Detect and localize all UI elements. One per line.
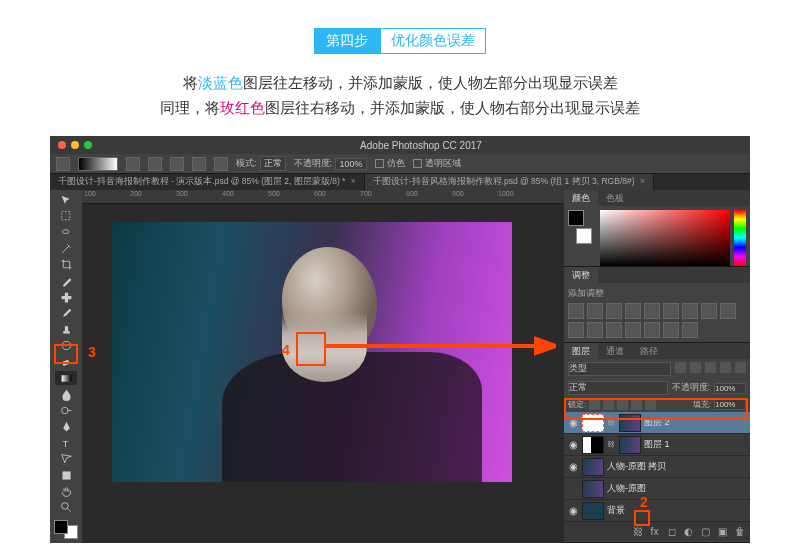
gradientmap-adjustment-icon[interactable] (663, 322, 679, 338)
exposure-adjustment-icon[interactable] (625, 303, 641, 319)
visibility-icon[interactable] (567, 483, 579, 495)
filter-adjust-icon[interactable] (690, 362, 701, 373)
close-icon[interactable]: × (351, 176, 356, 186)
eyedropper-tool-icon[interactable] (55, 274, 77, 288)
brightness-adjustment-icon[interactable] (568, 303, 584, 319)
layer-thumb[interactable] (619, 414, 641, 432)
add-mask-icon[interactable]: ◻ (665, 525, 678, 538)
marquee-tool-icon[interactable] (55, 209, 77, 223)
tool-preset-icon[interactable] (56, 157, 70, 171)
layer-name[interactable]: 图层 1 (644, 438, 747, 451)
document-tab-2[interactable]: 千图设计-抖音风格海报制作教程.psd @ 85% (组 1 拷贝 3, RGB… (365, 174, 654, 190)
stamp-tool-icon[interactable] (55, 323, 77, 337)
visibility-icon[interactable]: ◉ (567, 461, 579, 473)
colorbalance-adjustment-icon[interactable] (682, 303, 698, 319)
layer-thumb[interactable] (582, 458, 604, 476)
lock-position-icon[interactable] (617, 399, 628, 410)
filter-smart-icon[interactable] (735, 362, 746, 373)
photofilter-adjustment-icon[interactable] (720, 303, 736, 319)
link-icon[interactable]: ⛓ (607, 418, 616, 427)
type-tool-icon[interactable]: T (55, 436, 77, 450)
lock-all-icon[interactable] (645, 399, 656, 410)
mask-thumb[interactable] (582, 436, 604, 454)
color-swatches[interactable] (54, 520, 78, 539)
layer-name[interactable]: 背景 (607, 504, 747, 517)
layer-item[interactable]: ◉ 人物-原图 拷贝 (564, 456, 750, 478)
posterize-adjustment-icon[interactable] (625, 322, 641, 338)
layer-name[interactable]: 人物-原图 拷贝 (607, 460, 747, 473)
lock-pixels-icon[interactable] (603, 399, 614, 410)
lock-transparent-icon[interactable] (589, 399, 600, 410)
gradient-reflected-icon[interactable] (192, 157, 206, 171)
delete-layer-icon[interactable]: 🗑 (733, 525, 746, 538)
swatches-tab[interactable]: 色板 (598, 190, 632, 206)
invert-adjustment-icon[interactable] (606, 322, 622, 338)
layer-thumb[interactable] (582, 480, 604, 498)
filter-kind-select[interactable]: 类型 (568, 362, 671, 376)
layer-opacity-input[interactable]: 100% (714, 383, 746, 394)
move-tool-icon[interactable] (55, 193, 77, 207)
panel-foreground-swatch[interactable] (568, 210, 584, 226)
visibility-icon[interactable]: ◉ (567, 439, 579, 451)
channelmixer-adjustment-icon[interactable] (568, 322, 584, 338)
crop-tool-icon[interactable] (55, 258, 77, 272)
new-layer-icon[interactable]: ▣ (716, 525, 729, 538)
zoom-tool-icon[interactable] (55, 501, 77, 515)
maximize-window-button[interactable] (84, 141, 92, 149)
gradient-angle-icon[interactable] (170, 157, 184, 171)
channels-tab[interactable]: 通道 (598, 343, 632, 359)
hue-adjustment-icon[interactable] (663, 303, 679, 319)
eraser-tool-icon[interactable] (55, 355, 77, 369)
opacity-input[interactable]: 100% (335, 158, 367, 170)
blend-mode-select[interactable]: 正常 (260, 156, 286, 171)
filter-pixel-icon[interactable] (675, 362, 686, 373)
blur-tool-icon[interactable] (55, 387, 77, 401)
brush-tool-icon[interactable] (55, 306, 77, 320)
lasso-tool-icon[interactable] (55, 225, 77, 239)
new-adjustment-icon[interactable]: ◐ (682, 525, 695, 538)
filter-shape-icon[interactable] (720, 362, 731, 373)
panel-background-swatch[interactable] (576, 228, 592, 244)
transparency-checkbox[interactable] (413, 159, 422, 168)
visibility-icon[interactable]: ◉ (567, 417, 579, 429)
gradient-preview-icon[interactable] (78, 157, 118, 171)
minimize-window-button[interactable] (71, 141, 79, 149)
threshold-adjustment-icon[interactable] (644, 322, 660, 338)
fill-input[interactable]: 100% (714, 399, 746, 410)
bw-adjustment-icon[interactable] (701, 303, 717, 319)
layer-name[interactable]: 图层 2 (644, 416, 747, 429)
link-layers-icon[interactable]: ⛓ (631, 525, 644, 538)
visibility-icon[interactable]: ◉ (567, 505, 579, 517)
mask-selection-thumb[interactable] (582, 414, 604, 432)
link-icon[interactable]: ⛓ (607, 440, 616, 449)
color-picker-field[interactable] (600, 210, 730, 266)
layer-item[interactable]: ◉ ⛓ 图层 1 (564, 434, 750, 456)
shape-tool-icon[interactable] (55, 468, 77, 482)
blend-mode-select[interactable]: 正常 (568, 381, 668, 395)
path-tool-icon[interactable] (55, 452, 77, 466)
gradient-diamond-icon[interactable] (214, 157, 228, 171)
new-group-icon[interactable]: ▢ (699, 525, 712, 538)
layer-name[interactable]: 人物-原图 (607, 482, 747, 495)
history-brush-tool-icon[interactable] (55, 339, 77, 353)
gradient-tool-icon[interactable] (55, 371, 77, 385)
layer-thumb[interactable] (619, 436, 641, 454)
pen-tool-icon[interactable] (55, 420, 77, 434)
gradient-linear-icon[interactable] (126, 157, 140, 171)
canvas[interactable] (82, 204, 564, 529)
layer-item[interactable]: 人物-原图 (564, 478, 750, 500)
wand-tool-icon[interactable] (55, 242, 77, 256)
levels-adjustment-icon[interactable] (587, 303, 603, 319)
vibrance-adjustment-icon[interactable] (644, 303, 660, 319)
dither-checkbox[interactable] (375, 159, 384, 168)
heal-tool-icon[interactable] (55, 290, 77, 304)
lock-artboard-icon[interactable] (631, 399, 642, 410)
filter-type-icon[interactable] (705, 362, 716, 373)
gradient-radial-icon[interactable] (148, 157, 162, 171)
layer-item[interactable]: ◉ 背景 (564, 500, 750, 522)
layer-style-icon[interactable]: fx (648, 525, 661, 538)
paths-tab[interactable]: 路径 (632, 343, 666, 359)
layer-thumb[interactable] (582, 502, 604, 520)
hue-slider[interactable] (734, 210, 746, 266)
foreground-color-swatch[interactable] (54, 520, 68, 534)
